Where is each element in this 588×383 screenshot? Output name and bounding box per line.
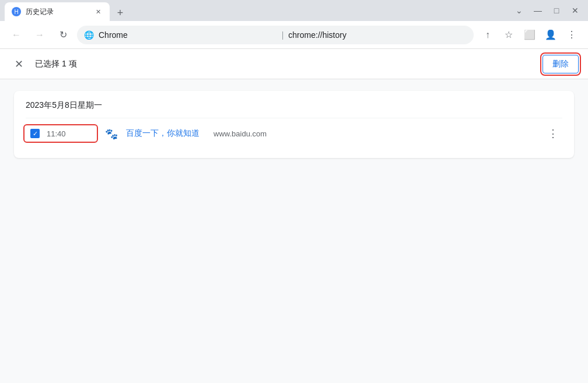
chevron-down-button[interactable]: ⌄ xyxy=(511,2,527,19)
tab-strip: H 历史记录 ✕ + xyxy=(5,0,511,21)
item-checkbox[interactable]: ✓ xyxy=(30,129,40,138)
menu-button[interactable]: ⋮ xyxy=(562,26,581,44)
forward-button[interactable]: → xyxy=(30,26,49,44)
title-bar: H 历史记录 ✕ + ⌄ — □ ✕ xyxy=(0,0,588,21)
tab-close-button[interactable]: ✕ xyxy=(93,7,103,16)
close-selection-button[interactable]: ✕ xyxy=(9,55,28,73)
browser-frame: H 历史记录 ✕ + ⌄ — □ ✕ ← → ↻ 🌐 Chrome | chro… xyxy=(0,0,588,383)
address-bar[interactable]: 🌐 Chrome | chrome://history xyxy=(77,26,474,44)
nav-right-controls: ↑ ☆ ⬜ 👤 ⋮ xyxy=(478,26,581,44)
page-content: 2023年5月8日星期一 ✓ 11:40 🐾 百度一下，你就知道 www.bai… xyxy=(0,79,588,383)
address-brand: Chrome xyxy=(99,30,277,40)
checkbox-area[interactable]: ✓ 11:40 xyxy=(26,127,96,140)
site-favicon: 🐾 xyxy=(105,128,117,139)
minimize-button[interactable]: — xyxy=(530,2,546,19)
site-url: www.baidu.com xyxy=(214,129,267,138)
history-item: ✓ 11:40 🐾 百度一下，你就知道 www.baidu.com ⋮ xyxy=(26,118,562,149)
reload-button[interactable]: ↻ xyxy=(54,26,72,44)
close-button[interactable]: ✕ xyxy=(567,2,583,19)
address-url: chrome://history xyxy=(288,30,467,40)
selection-count-text: 已选择 1 项 xyxy=(35,59,542,69)
window-controls: ⌄ — □ ✕ xyxy=(511,2,583,19)
maximize-button[interactable]: □ xyxy=(548,2,565,19)
address-icon: 🌐 xyxy=(84,30,94,40)
history-card: 2023年5月8日星期一 ✓ 11:40 🐾 百度一下，你就知道 www.bai… xyxy=(14,91,574,158)
item-time: 11:40 xyxy=(47,129,66,138)
bookmark-button[interactable]: ☆ xyxy=(499,26,518,44)
tab-title: 历史记录 xyxy=(26,7,89,17)
address-separator: | xyxy=(282,30,284,40)
delete-button[interactable]: 删除 xyxy=(542,55,579,73)
profile-button[interactable]: 👤 xyxy=(541,26,560,44)
site-title[interactable]: 百度一下，你就知道 xyxy=(126,128,200,139)
selection-bar: ✕ 已选择 1 项 删除 xyxy=(0,49,588,79)
new-tab-button[interactable]: + xyxy=(112,5,128,21)
item-more-button[interactable]: ⋮ xyxy=(544,124,562,143)
tab-favicon: H xyxy=(12,7,21,16)
back-button[interactable]: ← xyxy=(7,26,26,44)
checkmark-icon: ✓ xyxy=(33,130,38,138)
active-tab[interactable]: H 历史记录 ✕ xyxy=(5,2,110,21)
share-button[interactable]: ↑ xyxy=(478,26,497,44)
date-header: 2023年5月8日星期一 xyxy=(26,100,562,111)
nav-bar: ← → ↻ 🌐 Chrome | chrome://history ↑ ☆ ⬜ … xyxy=(0,21,588,49)
tab-grid-button[interactable]: ⬜ xyxy=(520,26,539,44)
